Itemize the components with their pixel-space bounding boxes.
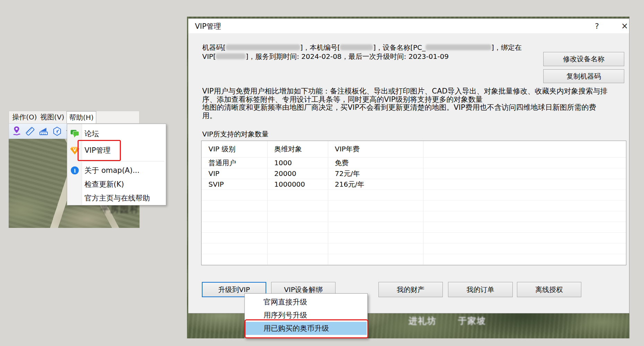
menu-help[interactable]: 帮助(H) (66, 111, 96, 123)
machine-info-segment: ]，服务到期时间: 2024-02-08，最后一次升级时间: 2023-01-0… (245, 52, 448, 61)
ruler-icon[interactable] (25, 126, 35, 136)
map-place-label: 进礼坊 (409, 315, 437, 327)
hexagon-compass-icon[interactable] (52, 126, 62, 136)
description-line: VIP用户与免费用户相比增加如下功能：备注模板化、导出或打印图片、CAD导入导出… (202, 87, 629, 96)
description-line: 用。 (202, 112, 629, 120)
menu-item-official-site-upgrade[interactable]: 官网直接升级 (245, 295, 367, 309)
table-row: SVIP 1000000 216元/年 (202, 179, 626, 190)
table-cell: 免费 (335, 158, 349, 168)
svg-text:V: V (73, 148, 77, 152)
dialog-help-button[interactable]: ? (589, 20, 605, 32)
table-cell: VIP (208, 168, 220, 179)
map-place-label: 于家坡 (458, 315, 486, 327)
redacted-device-name (426, 44, 491, 50)
menu-operation[interactable]: 操作(O) (12, 111, 37, 123)
vip-management-dialog: VIP管理 ? × 机器码[]，本机编号[]，设备名称[PC_]，绑定在 VIP… (188, 18, 629, 313)
menu-item-label: 官网直接升级 (263, 297, 307, 307)
table-cell: 1000 (274, 158, 292, 168)
vip-description-text: VIP用户与免费用户相比增加如下功能：备注模板化、导出或打印图片、CAD导入导出… (202, 87, 629, 120)
table-row: VIP 20000 72元/年 (202, 168, 626, 179)
menu-item-label: 论坛 (84, 129, 99, 139)
empty-table-row (202, 201, 626, 211)
my-orders-button[interactable]: 我的订单 (448, 282, 513, 297)
menu-item-label: 用序列号升级 (263, 310, 307, 320)
machine-info-segment: ]，本机编号[ (300, 43, 340, 52)
machine-info-segment: ]，设备名称[PC_ (373, 43, 426, 52)
svg-text:i: i (74, 168, 76, 174)
menu-item-label: 关于 omap(A)... (84, 166, 140, 175)
vip-levels-table: VIP 级别 奥维对象 VIP年费 普通用户 1000 免费 VIP 20000… (201, 141, 626, 265)
machine-info-text: 机器码[]，本机编号[]，设备名称[PC_]，绑定在 VIP[]，服务到期时间:… (202, 43, 548, 61)
info-icon: i (70, 165, 80, 176)
dialog-title: VIP管理 (195, 21, 221, 31)
table-row: 普通用户 1000 免费 (202, 158, 626, 168)
menu-bar: 操作(O) 视图(V) 帮助(H) (9, 111, 140, 124)
route-placemark-icon[interactable] (12, 126, 21, 136)
redacted-machine-code (226, 44, 300, 50)
column-header: 奥维对象 (274, 141, 302, 157)
menu-item-label: 检查更新(K) (84, 179, 124, 189)
empty-table-row (202, 243, 626, 254)
menu-view[interactable]: 视图(V) (40, 111, 64, 123)
empty-table-row (202, 254, 626, 265)
menu-item-official-homepage[interactable]: 官方主页与在线帮助 (67, 191, 166, 205)
menu-item-about[interactable]: i 关于 omap(A)... (67, 163, 166, 177)
table-header-row: VIP 级别 奥维对象 VIP年费 (202, 141, 626, 158)
dialog-titlebar[interactable]: VIP管理 ? × (188, 19, 629, 33)
redacted-vip-number (216, 53, 245, 59)
offline-authorization-button[interactable]: 离线授权 (517, 282, 581, 297)
description-line: 序、添加查看标签附件、专用设计工具条等，同时更高的VIP级别将支持更多的对象数量 (202, 96, 629, 104)
menu-item-forum[interactable]: 论坛 (67, 127, 166, 141)
close-icon[interactable]: × (617, 20, 632, 32)
column-header: VIP年费 (335, 141, 360, 157)
menu-item-vip-management[interactable]: V VIP管理 (67, 143, 166, 158)
menu-item-aobi-coin-upgrade[interactable]: 用已购买的奥币升级 (245, 322, 367, 335)
empty-table-row (202, 211, 626, 222)
copy-machine-code-button[interactable]: 复制机器码 (543, 69, 624, 83)
column-header: VIP 级别 (208, 141, 235, 157)
table-cell: 1000000 (274, 179, 305, 189)
machine-info-segment: 机器码[ (202, 43, 226, 52)
table-cell: 216元/年 (335, 179, 364, 189)
screenshot-stage: 操作(O) 视图(V) 帮助(H) 平房园村 (0, 0, 644, 346)
menu-item-label: VIP管理 (84, 145, 110, 155)
menu-separator (83, 161, 164, 161)
empty-table-row (202, 222, 626, 233)
table-caption: VIP所支持的对象数量 (202, 130, 269, 139)
machine-info-line2: VIP[]，服务到期时间: 2024-02-08，最后一次升级时间: 2023-… (202, 52, 548, 61)
modify-device-name-button[interactable]: 修改设备名称 (543, 52, 624, 66)
my-assets-button[interactable]: 我的财产 (378, 282, 443, 297)
machine-info-line1: 机器码[]，本机编号[]，设备名称[PC_]，绑定在 (202, 43, 548, 52)
upgrade-popup-menu: 官网直接升级 用序列号升级 用已购买的奥币升级 (244, 293, 368, 338)
menu-item-check-update[interactable]: 检查更新(K) (67, 177, 166, 191)
description-line: 地图的清晰度和更新频率由地图厂商决定，买VIP不会看到更新更清楚的地图。VIP费… (202, 104, 629, 112)
table-cell: SVIP (208, 179, 224, 189)
vip-diamond-icon: V (70, 145, 80, 156)
table-cell: 20000 (274, 168, 296, 179)
area-measure-icon[interactable] (39, 126, 48, 136)
forum-icon (70, 128, 80, 139)
menu-item-label: 官方主页与在线帮助 (84, 193, 150, 203)
menu-item-label: 用已购买的奥币升级 (263, 323, 329, 333)
redacted-device-number (340, 44, 373, 50)
table-cell: 普通用户 (208, 158, 236, 168)
empty-table-row (202, 190, 626, 201)
empty-table-row (202, 233, 626, 243)
machine-info-segment: ]，绑定在 (491, 43, 522, 52)
menu-item-serial-number-upgrade[interactable]: 用序列号升级 (245, 309, 367, 322)
help-dropdown-menu: 论坛 V VIP管理 i 关于 omap(A)... 检查更新(K) 官方主页与… (67, 124, 166, 205)
table-cell: 72元/年 (335, 168, 360, 179)
machine-info-segment: VIP[ (202, 52, 216, 61)
